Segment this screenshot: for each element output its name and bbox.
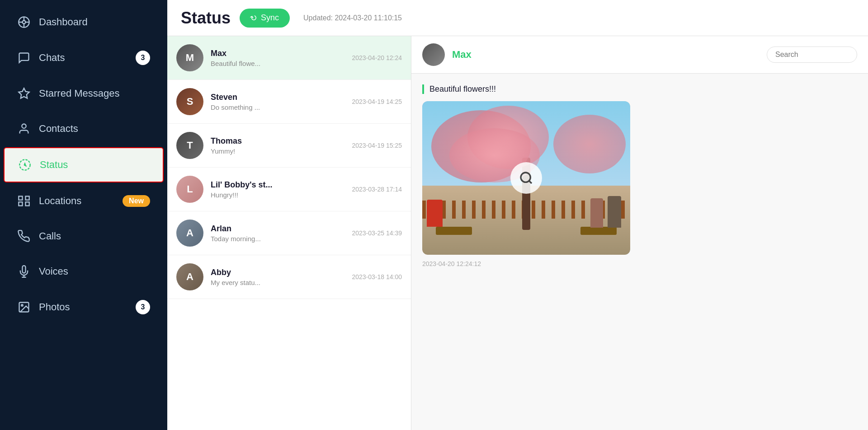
message-time: 2023-03-18 14:00 xyxy=(352,273,402,280)
image-search-overlay[interactable] xyxy=(510,162,542,194)
message-text: Beautiful flowers!!! xyxy=(422,84,857,94)
sidebar-item-voices-label: Voices xyxy=(39,266,68,277)
message-time: 2023-04-19 14:25 xyxy=(352,98,402,105)
detail-header: Max xyxy=(411,36,868,74)
status-list-item[interactable]: AAbbyMy every statu...2023-03-18 14:00 xyxy=(167,255,411,299)
status-list-item[interactable]: MMaxBeautiful flowe...2023-04-20 12:24 xyxy=(167,36,411,80)
svg-point-9 xyxy=(24,164,26,166)
message-preview: Do something ... xyxy=(211,103,344,111)
header: Status ↻ Sync Updated: 2024-03-20 11:10:… xyxy=(167,0,868,36)
sidebar-item-photos-label: Photos xyxy=(39,301,70,313)
sidebar-item-dashboard[interactable]: Dashboard xyxy=(4,5,164,39)
svg-point-17 xyxy=(21,304,23,306)
sidebar-item-starred[interactable]: Starred Messages xyxy=(4,77,164,110)
sidebar-item-contacts[interactable]: Contacts xyxy=(4,112,164,145)
sidebar-item-calls-label: Calls xyxy=(39,230,61,242)
contact-name: Abby xyxy=(211,268,344,277)
sidebar-item-photos[interactable]: Photos 3 xyxy=(4,290,164,324)
contact-name: Max xyxy=(211,49,344,58)
sync-button[interactable]: ↻ Sync xyxy=(240,9,290,28)
sync-icon: ↻ xyxy=(249,12,259,24)
calls-icon xyxy=(17,229,31,243)
avatar: A xyxy=(176,263,203,290)
detail-contact-name: Max xyxy=(452,49,472,61)
svg-point-18 xyxy=(521,173,530,182)
sidebar: Dashboard Chats 3 Starred Messages Conta… xyxy=(0,0,167,430)
svg-marker-6 xyxy=(19,88,29,98)
svg-line-19 xyxy=(529,181,532,183)
detail-panel: Max Beautiful flowers!!! xyxy=(411,36,868,430)
contact-name: Lil' Bobby's st... xyxy=(211,180,344,190)
chats-badge: 3 xyxy=(136,51,150,65)
contacts-icon xyxy=(17,122,31,136)
svg-rect-10 xyxy=(19,196,22,200)
sidebar-item-chats[interactable]: Chats 3 xyxy=(4,41,164,75)
avatar: M xyxy=(176,44,203,71)
contact-name: Arlan xyxy=(211,224,344,234)
sidebar-item-calls[interactable]: Calls xyxy=(4,220,164,253)
sidebar-item-locations-label: Locations xyxy=(39,195,81,207)
message-preview: Yummy! xyxy=(211,147,344,155)
contact-name: Steven xyxy=(211,93,344,102)
avatar: L xyxy=(176,176,203,203)
avatar: S xyxy=(176,88,203,115)
locations-icon xyxy=(17,194,31,208)
chats-icon xyxy=(17,51,31,65)
detail-avatar xyxy=(422,43,445,66)
locations-badge: New xyxy=(123,195,150,207)
avatar: A xyxy=(176,220,203,247)
message-time: 2023-03-25 14:39 xyxy=(352,229,402,237)
message-time: 2023-04-20 12:24 xyxy=(352,54,402,61)
main-content: Status ↻ Sync Updated: 2024-03-20 11:10:… xyxy=(167,0,868,430)
svg-rect-12 xyxy=(19,202,22,206)
voices-icon xyxy=(17,265,31,278)
sidebar-item-chats-label: Chats xyxy=(39,52,65,64)
status-list-item[interactable]: AArlanToday morning...2023-03-25 14:39 xyxy=(167,211,411,255)
svg-rect-11 xyxy=(26,196,29,200)
photos-icon xyxy=(17,300,31,314)
sidebar-item-dashboard-label: Dashboard xyxy=(39,16,88,28)
status-list-item[interactable]: TThomasYummy!2023-04-19 15:25 xyxy=(167,124,411,168)
search-input[interactable] xyxy=(767,47,857,63)
sidebar-item-starred-label: Starred Messages xyxy=(39,88,120,99)
status-image xyxy=(422,101,630,255)
svg-rect-13 xyxy=(26,202,29,206)
sidebar-item-status[interactable]: Status xyxy=(4,147,164,182)
sidebar-item-locations[interactable]: Locations New xyxy=(4,184,164,218)
sidebar-item-status-label: Status xyxy=(40,159,68,171)
message-preview: Hungry!!! xyxy=(211,191,344,199)
sidebar-item-voices[interactable]: Voices xyxy=(4,255,164,288)
contact-name: Thomas xyxy=(211,136,344,146)
status-list-item[interactable]: SStevenDo something ...2023-04-19 14:25 xyxy=(167,80,411,124)
status-icon xyxy=(18,158,32,172)
message-time: 2023-04-19 15:25 xyxy=(352,142,402,149)
content-area: MMaxBeautiful flowe...2023-04-20 12:24SS… xyxy=(167,36,868,430)
message-preview: Beautiful flowe... xyxy=(211,60,344,67)
page-title: Status xyxy=(181,9,231,28)
avatar: T xyxy=(176,132,203,159)
message-preview: Today morning... xyxy=(211,235,344,243)
status-list: MMaxBeautiful flowe...2023-04-20 12:24SS… xyxy=(167,36,411,430)
photos-badge: 3 xyxy=(136,300,150,314)
status-list-item[interactable]: LLil' Bobby's st...Hungry!!!2023-03-28 1… xyxy=(167,168,411,211)
message-timestamp: 2023-04-20 12:24:12 xyxy=(422,260,857,267)
detail-content: Beautiful flowers!!! xyxy=(411,74,868,278)
message-time: 2023-03-28 17:14 xyxy=(352,186,402,193)
star-icon xyxy=(17,87,31,100)
updated-text: Updated: 2024-03-20 11:10:15 xyxy=(303,14,402,22)
message-preview: My every statu... xyxy=(211,279,344,286)
sidebar-item-contacts-label: Contacts xyxy=(39,123,78,135)
svg-point-1 xyxy=(23,21,26,24)
svg-point-7 xyxy=(22,124,26,128)
dashboard-icon xyxy=(17,15,31,29)
